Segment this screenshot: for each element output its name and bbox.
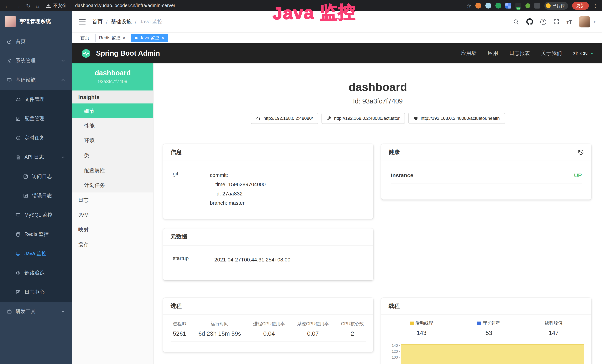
user-menu-caret-icon[interactable]: ▾ [594, 20, 595, 24]
instance-name: dashboard [75, 69, 150, 77]
tab-home[interactable]: 首页 [77, 33, 93, 42]
menu-item-caches[interactable]: 缓存 [72, 237, 153, 252]
stat-value: 5261 [173, 331, 186, 337]
extension-icon[interactable] [526, 3, 530, 8]
edit-icon [16, 116, 21, 121]
sba-main: dashboard Id: 93a3fc7f7409 http://192.16… [153, 64, 602, 364]
info-row-git: git commit: time: 1596289704000 id: 27aa… [173, 171, 364, 213]
actuator-url-button[interactable]: http://192.168.0.2:48080/actuator [322, 113, 405, 124]
info-card: 信息 git commit: time: 1596289704000 id: 2… [163, 144, 373, 219]
sidebar-item-api-log[interactable]: API 日志 [0, 148, 72, 167]
fullscreen-icon[interactable] [553, 19, 559, 25]
card-title: 信息 [171, 149, 182, 156]
sidebar-item-java-monitor[interactable]: Java 监控 [0, 244, 72, 263]
sidebar-item-file-mgmt[interactable]: 文件管理 [0, 90, 72, 109]
sidebar-item-infrastructure[interactable]: 基础设施 [0, 70, 72, 90]
menu-item-scheduled-tasks[interactable]: 计划任务 [72, 178, 153, 193]
update-button[interactable]: 更新 [572, 2, 589, 10]
chevron-up-icon [60, 155, 66, 160]
user-avatar[interactable] [579, 16, 590, 27]
breadcrumb-home[interactable]: 首页 [92, 18, 103, 25]
reload-icon[interactable]: ↻ [26, 3, 31, 8]
menu-item-environment[interactable]: 环境 [72, 133, 153, 148]
sidebar-item-home[interactable]: 首页 [0, 32, 72, 51]
extension-icon[interactable]: on [516, 3, 521, 9]
nav-applications[interactable]: 应用 [488, 50, 498, 57]
nav-wallboard[interactable]: 应用墙 [461, 50, 477, 57]
menu-item-mappings[interactable]: 映射 [72, 222, 153, 237]
instance-url-button[interactable]: http://192.168.0.2:48080/ [251, 113, 318, 124]
stat-label: CPU核心数 [341, 321, 364, 327]
tab-close-icon[interactable]: × [123, 36, 125, 40]
search-icon[interactable] [513, 19, 519, 25]
extension-grid-icon[interactable] [505, 3, 511, 9]
forward-icon[interactable]: → [15, 3, 21, 8]
extension-puzzle-icon[interactable] [534, 3, 540, 9]
bookmark-star-icon[interactable]: ☆ [466, 3, 471, 8]
sidebar-item-error-log[interactable]: 错误日志 [0, 186, 72, 205]
instance-header[interactable]: dashboard 93a3fc7f7409 [72, 64, 153, 90]
legend-value: 53 [485, 330, 492, 336]
health-url-button[interactable]: http://192.168.0.2:48080/actuator/health [408, 113, 505, 124]
sidebar-item-access-log[interactable]: 访问日志 [0, 167, 72, 186]
menu-item-logs[interactable]: 日志 [72, 193, 153, 207]
breadcrumb-infrastructure[interactable]: 基础设施 [111, 18, 132, 25]
wrench-icon [327, 116, 332, 121]
sidebar-item-log-center[interactable]: 日志中心 [0, 283, 72, 302]
git-branch-line: branch: master [210, 198, 364, 208]
sidebar-item-config-mgmt[interactable]: 配置管理 [0, 109, 72, 128]
sidebar-item-tracing[interactable]: 链路追踪 [0, 263, 72, 283]
language-value: zh-CN [573, 50, 588, 56]
metadata-row-startup: startup 2021-04-27T00:44:31.254+08:00 [173, 255, 364, 270]
metadata-value: 2021-04-27T00:44:31.254+08:00 [214, 255, 364, 264]
menu-toggle-icon[interactable] [79, 19, 86, 24]
sidebar-item-mysql-monitor[interactable]: MySQL 监控 [0, 205, 72, 225]
stat-label: 进程CPU使用率 [253, 321, 285, 327]
menu-item-performance[interactable]: 性能 [72, 118, 153, 133]
menu-item-config-props[interactable]: 配置属性 [72, 163, 153, 178]
legend-label: 守护进程 [483, 320, 500, 326]
tab-close-icon[interactable]: × [161, 36, 164, 40]
sidebar-item-redis-monitor[interactable]: Redis 监控 [0, 225, 72, 244]
sidebar-item-system-mgmt[interactable]: 系统管理 [0, 51, 72, 70]
chevron-down-icon [60, 58, 66, 64]
browser-menu-icon[interactable]: ⋮ [593, 3, 598, 8]
extension-icon[interactable] [495, 3, 501, 9]
breadcrumb-separator: / [106, 19, 108, 25]
security-label: 不安全 [53, 2, 66, 9]
menu-item-details[interactable]: 细节 [72, 104, 153, 118]
browser-home-icon[interactable]: ⌂ [36, 3, 39, 8]
github-icon[interactable] [526, 18, 533, 25]
process-stats: 进程ID 5261 运行时间 6d 23h 15m 59s 进程CPU使用率 0… [171, 321, 366, 342]
sidebar-item-dev-tools[interactable]: 研发工具 [0, 302, 72, 321]
app-logo-row[interactable]: 芋道管理系统 [0, 11, 72, 32]
toolbox-icon [7, 309, 12, 314]
nav-about[interactable]: 关于我们 [541, 50, 562, 57]
font-size-icon[interactable]: TT [566, 19, 572, 25]
update-label: 更新 [576, 3, 585, 8]
tab-java-monitor[interactable]: Java 监控 × [131, 33, 168, 42]
instance-id: 93a3fc7f7409 [75, 79, 150, 84]
sidebar-item-label: 错误日志 [32, 193, 52, 199]
app-title: 芋道管理系统 [20, 18, 51, 25]
sidebar-item-label: 文件管理 [24, 96, 44, 103]
document-icon [16, 155, 21, 160]
history-icon[interactable] [578, 149, 584, 155]
help-icon[interactable]: ? [540, 19, 546, 25]
sidebar-item-label: 链路追踪 [24, 270, 44, 276]
menu-item-jvm[interactable]: JVM [72, 207, 153, 222]
paused-badge[interactable]: 已暂停 [544, 2, 568, 10]
sidebar-item-label: 配置管理 [24, 115, 44, 122]
nav-journal[interactable]: 日志报表 [509, 50, 530, 57]
url-text: dashboard.yudao.iocoder.cn/infra/admin-s… [75, 3, 176, 8]
tab-redis-monitor[interactable]: Redis 监控 × [95, 33, 129, 42]
extension-icon[interactable] [485, 3, 491, 9]
address-bar[interactable]: 不安全 | dashboard.yudao.iocoder.cn/infra/a… [46, 2, 175, 9]
language-select[interactable]: zh-CN [573, 50, 594, 56]
sidebar-item-scheduled-job[interactable]: 定时任务 [0, 128, 72, 148]
back-icon[interactable]: ← [4, 3, 10, 8]
menu-item-classes[interactable]: 类 [72, 148, 153, 163]
card-title: 线程 [389, 303, 400, 310]
chart-plot-area [401, 342, 585, 364]
extension-icon[interactable] [475, 3, 481, 9]
